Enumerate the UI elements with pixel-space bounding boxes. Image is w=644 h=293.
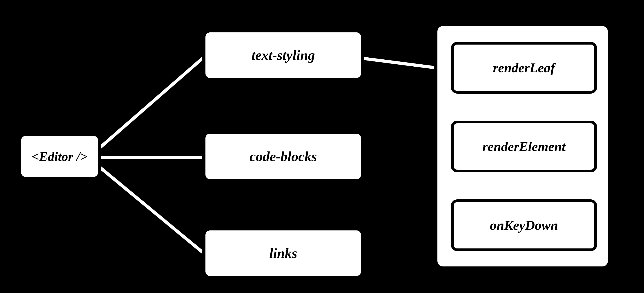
node-code-blocks-label: code-blocks	[250, 149, 317, 164]
detail-renderleaf-label: renderLeaf	[493, 60, 555, 76]
node-editor: <Editor />	[18, 133, 101, 180]
node-links: links	[202, 227, 364, 279]
node-text-styling: text-styling	[202, 29, 364, 81]
svg-line-3	[364, 59, 434, 68]
detail-container: renderLeaf renderElement onKeyDown	[434, 23, 612, 270]
detail-renderelement-label: renderElement	[482, 139, 566, 154]
node-code-blocks: code-blocks	[202, 131, 364, 182]
svg-line-0	[99, 59, 202, 149]
detail-onkeydown-label: onKeyDown	[490, 218, 558, 233]
svg-line-2	[99, 167, 202, 252]
detail-renderelement: renderElement	[451, 121, 597, 172]
node-text-styling-label: text-styling	[252, 47, 315, 63]
diagram-canvas: <Editor /> text-styling code-blocks link…	[0, 0, 644, 293]
detail-renderleaf: renderLeaf	[451, 42, 597, 94]
node-links-label: links	[269, 245, 297, 261]
detail-onkeydown: onKeyDown	[451, 199, 597, 251]
node-editor-label: <Editor />	[32, 149, 88, 164]
